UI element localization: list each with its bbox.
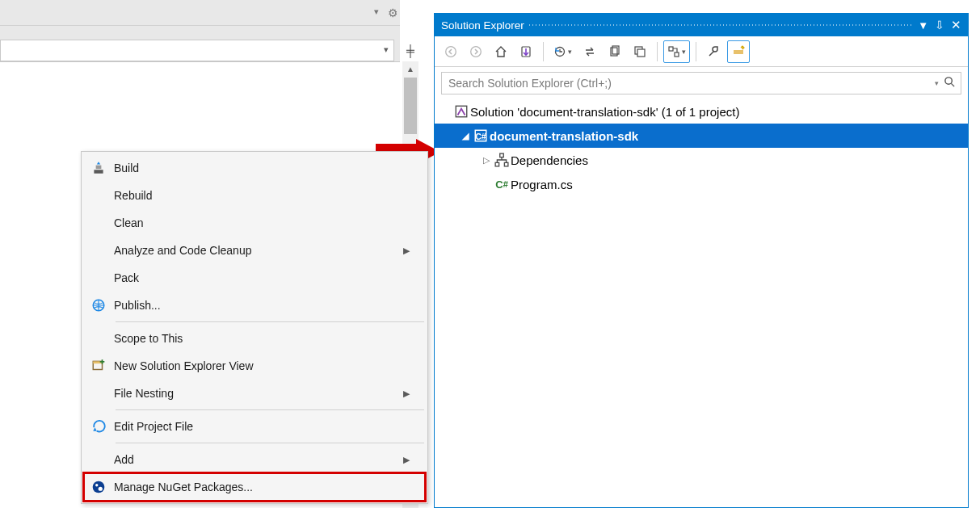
menu-item-pack[interactable]: Pack [83, 264, 426, 292]
swap-button[interactable] [578, 40, 601, 63]
new-view-icon [83, 352, 114, 380]
menu-item-clean[interactable]: Clean [83, 209, 426, 237]
menu-separator [116, 321, 424, 322]
tree-label: document-translation-sdk [490, 129, 638, 143]
properties-button[interactable] [702, 40, 725, 63]
editor-tabwell: ▾ ⚙ [0, 0, 400, 26]
edit-project-icon [83, 413, 114, 440]
scroll-up-icon[interactable]: ▲ [402, 61, 418, 78]
pin-icon[interactable]: ⇩ [935, 19, 944, 31]
grip-icon [529, 21, 913, 29]
tree-node-solution[interactable]: Solution 'document-translation-sdk' (1 o… [435, 99, 968, 124]
svg-line-22 [951, 83, 954, 86]
menu-label: File Nesting [114, 387, 403, 400]
split-editor-icon[interactable]: ╪ [402, 43, 418, 59]
svg-rect-1 [94, 170, 103, 174]
collapse-all-button[interactable] [629, 40, 651, 63]
menu-label: Edit Project File [114, 420, 411, 433]
menu-item-publish[interactable]: Publish... [83, 292, 426, 319]
tabwell-dropdown-icon[interactable]: ▾ [374, 6, 379, 17]
show-all-files-button[interactable] [604, 40, 626, 63]
menu-item-build[interactable]: Build [83, 154, 426, 182]
menu-item-scope[interactable]: Scope to This [83, 325, 426, 352]
svg-rect-2 [96, 166, 102, 170]
menu-label: Publish... [114, 299, 411, 312]
search-input[interactable] [447, 76, 930, 90]
publish-icon [83, 292, 114, 319]
menu-label: Pack [114, 271, 411, 284]
build-icon [83, 154, 114, 182]
forward-button[interactable] [465, 40, 487, 63]
sync-active-document-button[interactable] [515, 40, 537, 63]
csharp-file-icon: C# [493, 178, 511, 191]
svg-point-8 [95, 484, 98, 486]
svg-point-21 [945, 78, 952, 84]
nuget-icon [83, 473, 114, 501]
chevron-down-icon: ▾ [384, 44, 389, 55]
menu-label: Manage NuGet Packages... [114, 481, 411, 493]
menu-label: Analyze and Code Cleanup [114, 244, 403, 257]
menu-label: Add [114, 453, 403, 466]
menu-label: Rebuild [114, 189, 411, 202]
dependencies-icon [493, 153, 511, 167]
home-button[interactable] [490, 40, 512, 63]
panel-toolbar: ▾ ▾ [435, 36, 968, 67]
svg-point-9 [99, 487, 103, 491]
csharp-project-icon: C# [472, 128, 490, 143]
svg-point-11 [471, 46, 482, 57]
expand-icon[interactable]: ▷ [480, 155, 493, 166]
preview-button[interactable] [727, 40, 750, 63]
menu-separator [116, 443, 424, 443]
svg-rect-18 [669, 47, 673, 51]
solution-icon [452, 104, 470, 119]
toolbar-separator [543, 42, 544, 61]
menu-item-analyze[interactable]: Analyze and Code Cleanup ▶ [83, 237, 426, 264]
tree-node-project[interactable]: ◢ C# document-translation-sdk [435, 124, 968, 148]
tree-label: Solution 'document-translation-sdk' (1 o… [470, 105, 739, 119]
solution-explorer-panel: Solution Explorer ▼ ⇩ ✕ ▾ ▾ ▾ [434, 13, 969, 508]
search-box[interactable]: ▾ [441, 72, 961, 94]
menu-label: Build [114, 162, 411, 174]
collapse-icon[interactable]: ◢ [459, 131, 472, 141]
pending-changes-button[interactable]: ▾ [549, 40, 576, 63]
view-class-diagram-button[interactable]: ▾ [663, 40, 690, 63]
toolbar-separator [696, 42, 696, 61]
menu-item-edit-project[interactable]: Edit Project File [83, 413, 426, 440]
navigation-combo[interactable]: ▾ [0, 40, 394, 61]
menu-item-rebuild[interactable]: Rebuild [83, 182, 426, 209]
chevron-down-icon[interactable]: ▾ [935, 79, 939, 87]
svg-rect-20 [734, 50, 743, 54]
tree-node-programcs[interactable]: C# Program.cs [435, 172, 968, 196]
search-icon[interactable] [944, 76, 956, 90]
svg-point-10 [446, 46, 456, 57]
tree-label: Program.cs [511, 178, 573, 191]
panel-title: Solution Explorer [441, 19, 524, 31]
svg-rect-17 [637, 49, 645, 57]
project-context-menu: Build Rebuild Clean Analyze and Code Cle… [81, 151, 428, 504]
menu-label: New Solution Explorer View [114, 359, 411, 372]
svg-text:C#: C# [476, 132, 486, 141]
toolbar-separator [657, 42, 658, 61]
menu-label: Clean [114, 216, 411, 229]
scrollbar-thumb[interactable] [404, 78, 417, 134]
submenu-arrow-icon: ▶ [403, 455, 411, 465]
svg-marker-6 [93, 427, 97, 431]
svg-rect-19 [675, 52, 679, 57]
svg-rect-27 [495, 162, 499, 166]
close-icon[interactable]: ✕ [951, 18, 961, 32]
gear-icon[interactable]: ⚙ [388, 6, 398, 19]
submenu-arrow-icon: ▶ [403, 246, 411, 256]
dropdown-icon[interactable]: ▼ [918, 19, 928, 31]
menu-item-file-nesting[interactable]: File Nesting ▶ [83, 380, 426, 407]
menu-item-manage-nuget[interactable]: Manage NuGet Packages... [83, 473, 426, 501]
back-button[interactable] [440, 40, 462, 63]
panel-titlebar[interactable]: Solution Explorer ▼ ⇩ ✕ [435, 14, 968, 36]
menu-item-add[interactable]: Add ▶ [83, 446, 426, 473]
solution-tree: Solution 'document-translation-sdk' (1 o… [435, 99, 968, 507]
svg-rect-26 [500, 153, 504, 157]
svg-point-7 [93, 481, 105, 493]
svg-rect-28 [504, 162, 508, 166]
menu-item-new-view[interactable]: New Solution Explorer View [83, 352, 426, 380]
tree-node-dependencies[interactable]: ▷ Dependencies [435, 148, 968, 172]
menu-label: Scope to This [114, 332, 411, 345]
